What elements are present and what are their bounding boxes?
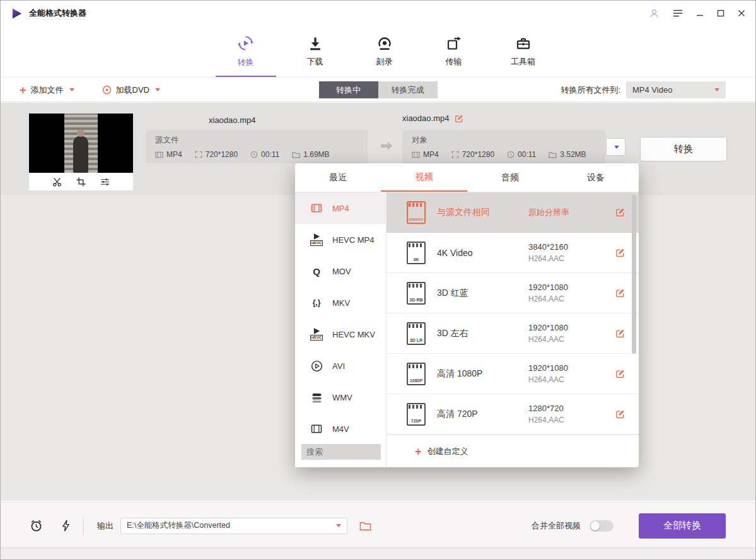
format-item-m4v[interactable]: M4V <box>295 413 386 436</box>
nav-tab-label: 传输 <box>446 56 462 67</box>
crop-icon[interactable] <box>76 177 86 187</box>
format-item-mov[interactable]: Q MOV <box>295 255 386 287</box>
account-icon[interactable] <box>649 8 660 19</box>
720p-preset-icon: 720P <box>407 403 426 426</box>
app-title: 全能格式转换器 <box>29 8 86 19</box>
nav-tab-burn[interactable]: 刻录 <box>354 26 415 77</box>
load-dvd-label: 加载DVD <box>116 85 149 96</box>
titlebar: 全能格式转换器 <box>1 1 755 26</box>
output-path-input[interactable] <box>127 522 335 530</box>
convert-button[interactable]: 转换 <box>640 137 727 161</box>
effects-sliders-icon[interactable] <box>100 177 110 187</box>
edit-preset-icon[interactable] <box>615 207 625 217</box>
nav-tab-toolbox[interactable]: 工具箱 <box>493 26 554 77</box>
format-popup-body: MP4 HEVC HEVC MP4 Q MOV <box>295 192 639 467</box>
hevc-mkv-icon: HEVC <box>309 326 324 342</box>
preset-panel: source 与源文件相同 原始分辨率 4K <box>387 192 639 467</box>
format-popup-tabs: 最近 视频 音频 设备 <box>295 163 639 192</box>
tab-video[interactable]: 视频 <box>381 163 467 192</box>
tab-device[interactable]: 设备 <box>553 163 639 192</box>
arrow-right-icon <box>380 141 393 151</box>
format-item-avi[interactable]: AVI <box>295 350 386 382</box>
preset-row-3d-leftright[interactable]: 3D LR 3D 左右 1920*1080 H264,AAC <box>387 313 639 354</box>
target-info-row: MP4 720*1280 00:11 3.52MB <box>412 150 596 159</box>
preset-row-3d-redblue[interactable]: 3D RB 3D 红蓝 1920*1080 H264,AAC <box>387 273 639 313</box>
source-file-name: xiaodao.mp4 <box>209 115 255 125</box>
plus-icon: + <box>20 85 26 96</box>
tab-recent[interactable]: 最近 <box>295 163 381 192</box>
queue-tabs: 转换中 转换完成 <box>319 81 438 98</box>
target-format: MP4 <box>412 150 439 159</box>
4k-preset-icon: 4K <box>407 242 426 264</box>
minimize-button[interactable] <box>696 9 704 17</box>
convert-all-to-group: 转换所有文件到: MP4 Video <box>561 81 726 98</box>
preset-row-720p[interactable]: 720P 高清 720P 1280*720 H264,AAC <box>387 394 639 435</box>
chevron-down-icon <box>614 146 619 149</box>
close-button[interactable] <box>738 9 745 17</box>
nav-tab-convert[interactable]: 转换 <box>216 26 276 77</box>
app-logo-icon <box>11 7 23 20</box>
menu-icon[interactable] <box>673 9 683 18</box>
preset-row-1080p[interactable]: 1080P 高清 1080P 1920*1080 H264,AAC <box>387 354 639 394</box>
thumbnail-figure <box>73 136 88 173</box>
video-thumbnail-block <box>29 114 133 190</box>
format-item-hevc-mkv[interactable]: HEVC HEVC MKV <box>295 318 386 350</box>
output-path-dropdown[interactable] <box>120 518 347 534</box>
wmv-icon <box>309 389 324 405</box>
create-custom-button[interactable]: + 创建自定义 <box>387 435 639 467</box>
edit-preset-icon[interactable] <box>615 329 625 338</box>
edit-preset-icon[interactable] <box>615 288 625 298</box>
preset-specs: 1920*1080 H264,AAC <box>528 283 568 303</box>
tab-converted[interactable]: 转换完成 <box>378 81 438 98</box>
preset-scrollbar[interactable] <box>632 195 636 354</box>
edit-preset-icon[interactable] <box>615 248 625 257</box>
format-item-label: M4V <box>332 424 349 434</box>
nav-tab-label: 工具箱 <box>511 56 535 67</box>
format-item-mkv[interactable]: {,} MKV <box>295 287 386 318</box>
preset-specs: 1920*1080 H264,AAC <box>528 323 568 344</box>
chevron-down-icon <box>155 88 160 91</box>
trim-scissors-icon[interactable] <box>52 177 62 187</box>
add-file-button[interactable]: + 添加文件 <box>20 85 74 96</box>
preset-row-same-as-source[interactable]: source 与源文件相同 原始分辨率 <box>387 192 639 233</box>
clip-toolbar <box>29 173 133 190</box>
format-item-mp4[interactable]: MP4 <box>295 192 386 224</box>
tab-audio[interactable]: 音频 <box>467 163 553 192</box>
open-output-folder-icon[interactable] <box>359 521 371 531</box>
format-item-wmv[interactable]: WMV <box>295 382 386 413</box>
format-item-hevc-mp4[interactable]: HEVC HEVC MP4 <box>295 224 386 255</box>
preset-row-4k[interactable]: 4K 4K Video 3840*2160 H264,AAC <box>387 233 639 273</box>
video-thumbnail[interactable] <box>29 114 133 173</box>
edit-preset-icon[interactable] <box>615 409 625 419</box>
transfer-icon <box>446 36 462 51</box>
merge-toggle[interactable] <box>590 520 614 532</box>
app-window: 全能格式转换器 转换 <box>0 0 756 560</box>
hevc-mp4-icon: HEVC <box>309 231 324 248</box>
toolbox-icon <box>516 36 531 51</box>
preset-list: source 与源文件相同 原始分辨率 4K <box>387 192 639 435</box>
preset-specs: 3840*2160 H264,AAC <box>528 242 568 263</box>
edit-preset-icon[interactable] <box>615 369 625 378</box>
folder-icon <box>292 151 300 158</box>
format-search-input[interactable] <box>301 444 381 460</box>
load-dvd-button[interactable]: 加载DVD <box>102 85 160 96</box>
format-item-label: HEVC MP4 <box>332 235 374 245</box>
format-dropdown-button[interactable] <box>606 138 625 156</box>
rename-edit-icon[interactable] <box>455 114 463 123</box>
maximize-button[interactable] <box>717 9 724 17</box>
folder-icon <box>549 151 557 158</box>
divider <box>83 516 84 535</box>
burn-disc-icon <box>377 36 392 51</box>
output-format-dropdown[interactable]: MP4 Video <box>626 81 726 98</box>
schedule-clock-icon[interactable] <box>30 519 43 532</box>
format-picker-popup: 最近 视频 音频 设备 MP4 HEVC <box>295 163 639 467</box>
convert-all-button[interactable]: 全部转换 <box>639 513 726 539</box>
3d-rb-preset-icon: 3D RB <box>407 282 426 305</box>
nav-tab-download[interactable]: 下载 <box>285 26 346 77</box>
nav-tab-transfer[interactable]: 传输 <box>424 26 484 77</box>
3d-lr-preset-icon: 3D LR <box>407 322 426 345</box>
clock-icon <box>250 151 258 158</box>
performance-lightning-icon[interactable] <box>62 520 70 532</box>
format-item-label: AVI <box>332 361 345 371</box>
tab-converting[interactable]: 转换中 <box>319 81 378 98</box>
